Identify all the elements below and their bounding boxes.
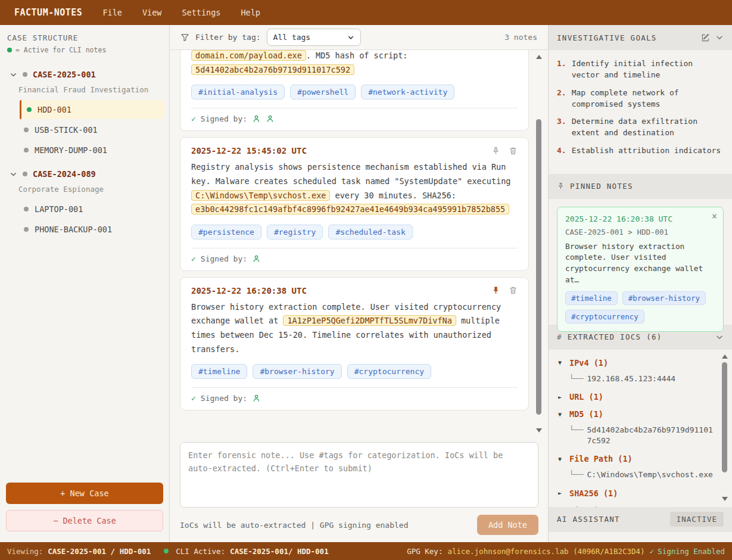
signed-by-label: Signed by: [201, 254, 247, 263]
menu-item-help[interactable]: Help [241, 8, 260, 17]
tag-chip[interactable]: #cryptocurrency [565, 310, 644, 323]
evidence-status-dot [24, 127, 29, 132]
tag-chip[interactable]: #powershell [290, 85, 356, 99]
ioc-chip[interactable]: 5d41402abc4b2a76b9719d911017c592 [191, 64, 354, 75]
tag-chip[interactable]: #browser-history [253, 364, 341, 379]
signer-person-icon [252, 254, 261, 263]
tag-chip[interactable]: #initial-analysis [191, 85, 285, 99]
unpin-close-icon[interactable]: × [712, 211, 717, 222]
goal-text: Map complete network of compromised syst… [572, 88, 724, 110]
case-header-case-2024-089[interactable]: CASE-2024-089 [0, 166, 169, 182]
goal-number: 2. [557, 88, 566, 110]
tag-chip[interactable]: #cryptocurrency [347, 364, 431, 379]
legend-text: = Active for CLI notes [15, 46, 106, 54]
ioc-category-bitcoin[interactable]: ►Bitcoin (1) [558, 506, 714, 507]
tag-chip[interactable]: #registry [267, 225, 323, 239]
goals-title: INVESTIGATIVE GOALS [557, 33, 657, 42]
tag-chip[interactable]: #persistence [191, 225, 261, 239]
pin-note-icon[interactable] [491, 147, 500, 155]
tree-elbow-glyph: └── [569, 374, 583, 384]
tag-filter-select[interactable]: All tags [267, 29, 361, 46]
edit-icon[interactable] [701, 33, 710, 42]
chevron-down-icon[interactable] [10, 170, 17, 178]
menu-item-file[interactable]: File [102, 8, 122, 17]
tag-chip[interactable]: #browser-history [622, 291, 706, 305]
menu-item-view[interactable]: View [142, 8, 162, 17]
case-id: CASE-2025-001 [33, 70, 96, 79]
ioc-value-row: └──192.168.45.123:4444 [569, 374, 714, 384]
filter-icon [180, 33, 189, 42]
ioc-category-sha256[interactable]: ►SHA256 (1) [558, 489, 714, 498]
note-card: 2025-12-22 16:20:38 UTCBrowser history e… [180, 277, 529, 411]
tag-chip[interactable]: #scheduled-task [328, 225, 412, 239]
ioc-chip[interactable]: domain.com/payload.exe [191, 50, 306, 61]
case-header-case-2025-001[interactable]: CASE-2025-001 [0, 66, 169, 83]
chevron-down-icon[interactable] [10, 71, 17, 79]
pinned-notes-area: × 2025-12-22 16:20:38 UTC CASE-2025-001 … [549, 199, 732, 325]
gpg-key-label: GPG Key: [407, 547, 443, 556]
filter-bar: Filter by tag: All tags 3 notes [170, 25, 548, 50]
delete-note-icon[interactable] [509, 147, 518, 155]
evidence-label: PHONE-BACKUP-001 [35, 225, 112, 234]
scroll-up-arrow[interactable] [536, 55, 542, 59]
goals-collapse-chevron-icon[interactable] [715, 33, 724, 42]
ioc-scroll-up-arrow[interactable] [722, 354, 728, 359]
add-note-button[interactable]: Add Note [477, 515, 538, 535]
signed-by-label: Signed by: [201, 114, 247, 123]
ioc-scrollbar[interactable] [721, 354, 728, 501]
iocs-collapse-chevron-icon[interactable] [715, 333, 724, 341]
tree-elbow-glyph: └── [569, 469, 583, 480]
evidence-label: HDD-001 [38, 105, 71, 114]
right-panel: INVESTIGATIVE GOALS 1.Identify initial i… [548, 25, 732, 542]
case-tree: CASE-2025-001Financial Fraud Investigati… [0, 54, 169, 477]
evidence-item-laptop-001[interactable]: LAPTOP-001 [17, 200, 164, 219]
ioc-tree-items: ▼IPv4 (1)└──192.168.45.123:4444►URL (1)▼… [558, 358, 714, 507]
ioc-value[interactable]: C:\Windows\Temp\svchost.exe [587, 469, 712, 480]
tag-chip[interactable]: #timeline [191, 364, 247, 379]
goal-text: Identify initial infection vector and ti… [572, 58, 724, 81]
menu-items: FileViewSettingsHelp [102, 8, 260, 17]
ioc-scrollbar-thumb[interactable] [722, 362, 727, 472]
evidence-item-memory-dump-001[interactable]: MEMORY-DUMP-001 [17, 141, 164, 160]
ioc-category-md5[interactable]: ▼MD5 (1) [558, 409, 714, 419]
signed-check-icon: ✓ [191, 394, 196, 403]
ioc-value[interactable]: 5d41402abc4b2a76b9719d911017c592 [587, 425, 714, 446]
note-tags: #persistence#registry#scheduled-task [191, 225, 518, 239]
pinned-note-breadcrumb: CASE-2025-001 > HDD-001 [565, 228, 716, 237]
sidebar-case-structure: CASE STRUCTURE = Active for CLI notes CA… [0, 25, 170, 542]
pinned-notes-header: PINNED NOTES [549, 174, 732, 199]
evidence-item-usb-stick-001[interactable]: USB-STICK-001 [17, 120, 164, 139]
signing-enabled-status: ✓ Signing Enabled [650, 547, 725, 556]
note-signature-row: ✓Signed by: [191, 387, 518, 403]
evidence-item-phone-backup-001[interactable]: PHONE-BACKUP-001 [17, 220, 164, 239]
case-status-dot [23, 172, 27, 176]
case-subtitle: Financial Fraud Investigation [0, 83, 169, 99]
ioc-category-ipv4[interactable]: ▼IPv4 (1) [558, 358, 714, 368]
menu-item-settings[interactable]: Settings [182, 8, 220, 17]
ioc-category-file[interactable]: ▼File Path (1) [558, 454, 714, 463]
new-case-button[interactable]: + New Case [6, 483, 163, 504]
ioc-chip[interactable]: C:\Windows\Temp\svchost.exe [191, 190, 330, 201]
ioc-chip[interactable]: e3b0c44298fc1c149afbf4c8996fb92427ae41e4… [191, 204, 509, 214]
tag-filter-selected: All tags [273, 33, 311, 42]
cli-active-dot [164, 549, 169, 553]
goal-item: 3.Determine data exfiltration extent and… [557, 116, 724, 139]
ioc-chip[interactable]: 1A1zP1eP5QGefi2DMPTfTL5SLmv7DivfNa [283, 315, 456, 326]
pin-note-icon[interactable] [491, 286, 500, 295]
gpg-key-value: alice.johnson@forensics.lab (4096R/A1B2C… [447, 547, 644, 556]
tag-chip[interactable]: #timeline [565, 291, 618, 305]
delete-case-button[interactable]: − Delete Case [6, 510, 163, 531]
evidence-item-hdd-001[interactable]: HDD-001 [20, 100, 164, 119]
note-input[interactable] [180, 442, 538, 508]
scroll-down-arrow[interactable] [536, 428, 542, 433]
ioc-category-url[interactable]: ►URL (1) [558, 392, 714, 402]
notes-scrollbar[interactable] [535, 55, 543, 433]
tag-chip[interactable]: #network-activity [361, 85, 454, 99]
scrollbar-thumb[interactable] [536, 119, 541, 415]
triangle-expanded-icon: ▼ [558, 456, 565, 462]
pin-icon [557, 182, 565, 190]
ioc-scroll-down-arrow[interactable] [722, 497, 728, 501]
delete-note-icon[interactable] [509, 286, 518, 295]
notes-cards: domain.com/payload.exe. MD5 hash of scri… [180, 50, 529, 410]
ioc-value[interactable]: 192.168.45.123:4444 [587, 374, 675, 384]
